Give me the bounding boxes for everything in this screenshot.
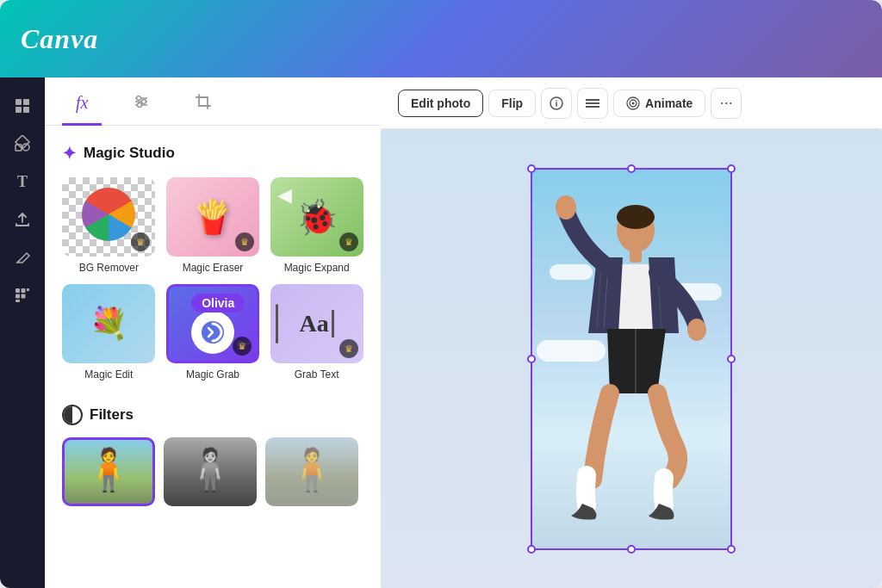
- person-svg: [554, 187, 709, 531]
- svg-point-35: [687, 319, 706, 341]
- person-bw-icon: 🧍: [184, 446, 236, 494]
- selected-image-frame[interactable]: [532, 170, 730, 548]
- svg-rect-8: [22, 288, 26, 293]
- tool-magic-eraser[interactable]: 🍟 ♛ Magic Eraser: [166, 177, 260, 274]
- tool-thumb-magic-eraser: 🍟 ♛: [166, 177, 259, 257]
- svg-rect-10: [16, 294, 20, 299]
- svg-rect-30: [630, 249, 642, 263]
- magic-studio-title: ✦ Magic Studio: [62, 143, 363, 164]
- person-fade-icon: 🧍: [286, 446, 338, 494]
- tool-bg-remover[interactable]: ♛ BG Remover: [62, 177, 156, 274]
- ladybug-icon: 🐞: [295, 197, 339, 238]
- filter-original-preview: 🧍: [65, 440, 152, 504]
- bg-remover-label: BG Remover: [79, 262, 139, 274]
- olivia-tooltip: Olivia: [191, 294, 245, 313]
- magic-edit-label: Magic Edit: [84, 368, 133, 381]
- sidebar-item-text[interactable]: T: [6, 165, 39, 198]
- magic-grab-label: Magic Grab: [186, 368, 239, 381]
- svg-rect-9: [27, 288, 29, 291]
- crown-badge-magic-grab: ♛: [233, 337, 252, 356]
- canvas-area: Edit photo Flip: [381, 77, 882, 588]
- text-icon: T: [17, 173, 28, 191]
- filters-grid: 🧍 🧍 🧍: [62, 437, 363, 506]
- top-bar: Canva: [0, 0, 882, 77]
- info-button[interactable]: [541, 88, 572, 119]
- svg-rect-1: [23, 99, 29, 105]
- tools-grid: ♛ BG Remover 🍟 ♛ Magic Eraser 🐞: [62, 177, 363, 381]
- expand-arrow-icon: ◀: [277, 184, 292, 207]
- magic-expand-label: Magic Expand: [284, 262, 350, 274]
- magic-grab-logo-icon: [191, 311, 234, 354]
- svg-rect-11: [22, 294, 26, 299]
- filters-title: Filters: [62, 405, 363, 425]
- tool-magic-grab[interactable]: Olivia ☞ ♛ Magic Grab: [166, 284, 260, 381]
- sidebar-item-draw[interactable]: [6, 241, 39, 274]
- tool-thumb-grab-text: Aa ♛: [270, 284, 363, 363]
- main-layout: T f: [0, 77, 882, 588]
- svg-point-17: [142, 100, 146, 104]
- svg-rect-0: [16, 99, 22, 105]
- edit-photo-button[interactable]: Edit photo: [398, 90, 483, 117]
- canva-logo: Canva: [21, 23, 98, 55]
- animate-label: Animate: [645, 96, 693, 110]
- panel-content: ✦ Magic Studio ♛ BG Remover 🍟 ♛: [45, 126, 381, 588]
- filter-bw[interactable]: 🧍: [164, 437, 257, 506]
- crown-badge-bg-remover: ♛: [131, 232, 150, 251]
- menu-button[interactable]: [577, 88, 608, 119]
- svg-point-16: [137, 96, 141, 101]
- animate-button[interactable]: Animate: [613, 90, 705, 117]
- tool-magic-edit[interactable]: 💐 Magic Edit: [62, 284, 156, 381]
- magic-eraser-label: Magic Eraser: [183, 262, 244, 274]
- flip-button[interactable]: Flip: [488, 90, 536, 117]
- sidebar-item-templates[interactable]: [6, 90, 39, 122]
- crown-badge-magic-expand: ♛: [339, 232, 358, 251]
- tool-magic-expand[interactable]: 🐞 ◀ ♛ Magic Expand: [270, 177, 363, 274]
- filter-original[interactable]: 🧍: [62, 437, 155, 506]
- filter-icon-half: [64, 406, 72, 424]
- tab-crop[interactable]: [181, 86, 226, 126]
- fries-icon: 🍟: [192, 198, 233, 236]
- svg-point-29: [617, 205, 655, 229]
- magic-star-icon: ✦: [62, 143, 77, 164]
- panel: fx ✦: [45, 77, 381, 588]
- filter-icon: [62, 405, 83, 425]
- tool-thumb-bg-remover: ♛: [62, 177, 155, 257]
- crown-badge-magic-eraser: ♛: [235, 232, 254, 251]
- svg-rect-7: [16, 288, 20, 293]
- svg-point-21: [556, 100, 557, 102]
- text-cursor-icon: [276, 304, 278, 344]
- tool-thumb-magic-edit: 💐: [62, 284, 155, 363]
- canvas-workspace[interactable]: [381, 129, 882, 588]
- jumping-person-bg: [532, 170, 730, 548]
- flower-hand-icon: 💐: [90, 306, 128, 342]
- filter-fade-preview: 🧍: [265, 437, 358, 506]
- filter-bw-preview: 🧍: [164, 437, 257, 506]
- sidebar-item-apps[interactable]: [6, 279, 39, 312]
- tab-fx[interactable]: fx: [62, 86, 102, 126]
- panel-tabs: fx: [45, 77, 381, 126]
- more-options-button[interactable]: ···: [711, 88, 742, 119]
- more-icon: ···: [720, 94, 733, 112]
- sidebar-item-elements[interactable]: [6, 127, 39, 160]
- person-container: [532, 170, 730, 548]
- sidebar-item-uploads[interactable]: [6, 203, 39, 236]
- filter-fade[interactable]: 🧍: [265, 437, 358, 506]
- tool-thumb-magic-grab: Olivia ☞ ♛: [166, 284, 259, 363]
- svg-point-27: [632, 102, 635, 104]
- beach-ball-icon: [82, 188, 135, 241]
- grab-text-aa-icon: Aa: [300, 310, 334, 337]
- left-sidebar: T: [0, 77, 45, 588]
- crown-badge-grab-text: ♛: [339, 339, 358, 358]
- svg-point-34: [556, 195, 576, 220]
- svg-rect-12: [16, 300, 20, 302]
- canvas-toolbar: Edit photo Flip: [381, 77, 882, 129]
- canvas-image: [532, 170, 730, 548]
- svg-rect-3: [23, 107, 29, 113]
- tab-adjust[interactable]: [119, 86, 164, 126]
- svg-rect-2: [16, 107, 22, 113]
- tool-grab-text[interactable]: Aa ♛ Grab Text: [270, 284, 363, 381]
- person-filter-icon: 🧍: [83, 446, 134, 494]
- grab-text-label: Grab Text: [295, 368, 339, 381]
- tool-thumb-magic-expand: 🐞 ◀ ♛: [270, 177, 363, 257]
- svg-point-18: [138, 103, 142, 108]
